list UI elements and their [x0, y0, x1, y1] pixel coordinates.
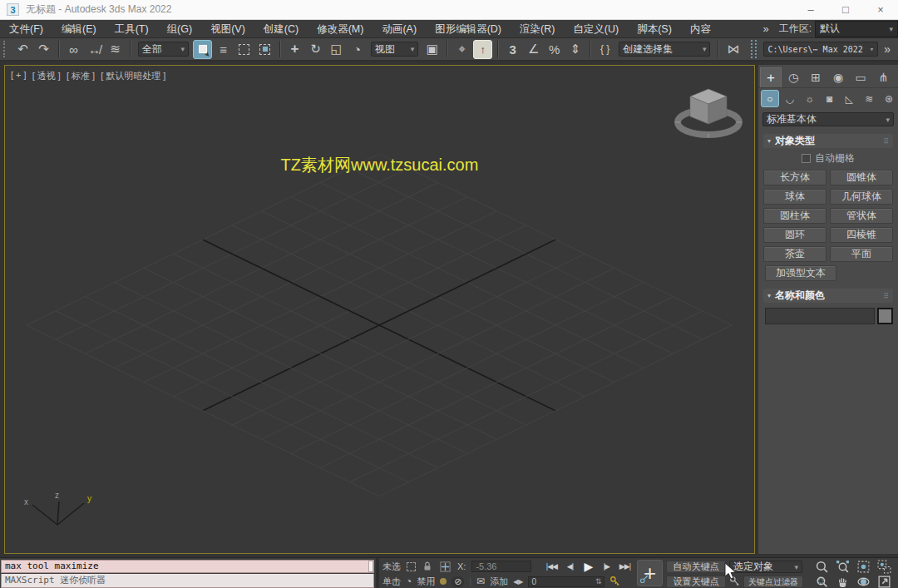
menu-item-animation[interactable]: 动画(A): [373, 20, 426, 38]
select-and-scale-button[interactable]: ◱: [327, 40, 346, 59]
isolate-selection-icon[interactable]: [407, 562, 416, 571]
select-object-button[interactable]: ➤: [193, 40, 212, 59]
listener-scrollbar[interactable]: [368, 561, 373, 572]
primitive-button-box[interactable]: 长方体: [763, 170, 826, 185]
viewcube[interactable]: [670, 76, 749, 149]
auto-key-big-button[interactable]: +: [637, 560, 663, 586]
selection-filter-dropdown[interactable]: 全部 ▾: [138, 42, 189, 57]
angle-snap-button[interactable]: ∠: [524, 40, 543, 59]
tab-hierarchy[interactable]: ⊞: [805, 67, 826, 87]
next-frame-button[interactable]: |▶: [597, 559, 615, 574]
auto-key-button[interactable]: 自动关键点: [666, 561, 726, 573]
statusbar-splitter[interactable]: [376, 558, 379, 588]
toolbar-overflow-chevron[interactable]: »: [880, 42, 893, 56]
primitive-button-torus[interactable]: 圆环: [763, 227, 826, 243]
menu-item-customize[interactable]: 自定义(U): [564, 20, 628, 38]
set-key-button[interactable]: 设置关键点: [666, 576, 726, 588]
disabled-circle-icon[interactable]: ⊘: [451, 576, 464, 587]
menu-item-modifiers[interactable]: 修改器(M): [308, 20, 373, 38]
named-selection-sets-button[interactable]: { }: [595, 40, 614, 59]
redo-button[interactable]: ↷: [34, 40, 53, 59]
menu-item-tools[interactable]: 工具(T): [106, 20, 158, 38]
listener-title-line[interactable]: MAXScript 迷你侦听器: [1, 574, 374, 588]
tab-display[interactable]: ▭: [850, 67, 871, 87]
mirror-button[interactable]: ⋈: [723, 40, 743, 59]
menu-item-group[interactable]: 组(G): [158, 20, 202, 38]
subtab-cameras[interactable]: ◙: [821, 90, 839, 107]
minimize-button[interactable]: –: [793, 0, 828, 19]
play-button[interactable]: ▶: [579, 559, 597, 574]
subtab-helpers[interactable]: ◺: [840, 90, 858, 107]
primitive-button-tube[interactable]: 管状体: [830, 208, 893, 224]
maximize-viewport-toggle-button[interactable]: [874, 574, 895, 588]
toolbar-splitter[interactable]: [751, 40, 757, 58]
previous-frame-button[interactable]: ◀|: [560, 559, 579, 574]
tab-create[interactable]: +: [760, 67, 782, 87]
absolute-relative-coordinate-icon[interactable]: [439, 561, 451, 573]
select-and-move-button[interactable]: +: [285, 40, 304, 59]
menu-item-create[interactable]: 创建(C): [254, 20, 308, 38]
zoom-region-button[interactable]: [812, 574, 832, 588]
subtab-shapes[interactable]: ◡: [781, 90, 799, 107]
go-to-start-button[interactable]: |◀◀: [542, 559, 560, 574]
maxscript-mini-listener[interactable]: max tool maximize MAXScript 迷你侦听器: [0, 558, 376, 588]
frame-step-arrows-icon[interactable]: ◀▶: [513, 578, 523, 586]
tab-motion[interactable]: ◉: [827, 67, 849, 87]
use-pivot-center-button[interactable]: ▣: [422, 40, 442, 59]
listener-output-line[interactable]: max tool maximize: [1, 560, 374, 573]
spinner-snap-button[interactable]: ⇕: [565, 40, 585, 59]
primitive-button-pyramid[interactable]: 四棱锥: [830, 227, 893, 243]
primitive-button-geosphere[interactable]: 几何球体: [830, 189, 893, 205]
menu-item-views[interactable]: 视图(V): [201, 20, 254, 38]
orbit-button[interactable]: [853, 574, 874, 588]
subtab-spacewarps[interactable]: ≋: [860, 90, 878, 107]
key-filters-button[interactable]: 关键点过滤器: [743, 576, 803, 588]
maximize-button[interactable]: □: [828, 0, 863, 19]
select-and-manipulate-button[interactable]: ⌖: [452, 40, 471, 59]
menu-overflow-chevron[interactable]: »: [757, 22, 773, 35]
time-tag-icon[interactable]: ✉: [476, 576, 485, 587]
project-folder-dropdown[interactable]: C:\Users\⋯ Max 2022 ▾: [763, 42, 878, 57]
menu-item-scripting[interactable]: 脚本(S): [628, 20, 681, 38]
primitive-button-teapot[interactable]: 茶壶: [763, 246, 826, 262]
reference-coordinate-dropdown[interactable]: 视图 ▾: [371, 42, 418, 57]
percent-snap-button[interactable]: %: [545, 40, 564, 59]
key-filter-selection-dropdown[interactable]: 选定对象 ▾: [729, 561, 802, 573]
viewport-menu-render-preset[interactable]: [ 标准 ]: [67, 70, 95, 82]
zoom-all-button[interactable]: [832, 559, 853, 574]
subtab-geometry[interactable]: ○: [761, 90, 779, 107]
toolbar-drag-handle[interactable]: [3, 41, 7, 57]
rectangular-selection-region-button[interactable]: [234, 40, 254, 59]
coordinate-x-field[interactable]: -5.36: [471, 561, 531, 572]
workspace-dropdown[interactable]: 默认 ▾: [815, 21, 898, 37]
snap-toggle-3d-button[interactable]: 3: [503, 40, 522, 59]
tab-utilities[interactable]: ⋔: [872, 67, 894, 87]
menu-item-rendering[interactable]: 渲染(R): [511, 20, 564, 38]
menu-item-graph-editors[interactable]: 图形编辑器(D): [426, 20, 511, 38]
viewport-menu-pov[interactable]: [ 透视 ]: [32, 70, 61, 82]
selection-lock-icon[interactable]: [422, 561, 433, 572]
add-time-tag-label[interactable]: 添加: [490, 576, 508, 588]
zoom-extents-all-button[interactable]: [874, 559, 895, 574]
current-frame-field[interactable]: 0 ⇅: [528, 576, 604, 587]
primitive-button-cone[interactable]: 圆锥体: [830, 170, 893, 185]
subtab-lights[interactable]: ☼: [801, 90, 819, 107]
primitive-button-cylinder[interactable]: 圆柱体: [763, 208, 826, 224]
primitive-button-plane[interactable]: 平面: [830, 246, 893, 262]
zoom-extents-button[interactable]: [853, 559, 874, 574]
autogrid-checkbox[interactable]: [802, 154, 811, 163]
select-and-rotate-button[interactable]: ↻: [306, 40, 325, 59]
subtab-systems[interactable]: ⊛: [880, 90, 898, 107]
rollout-object-type[interactable]: ▾ 对象类型 ⠿: [763, 134, 893, 148]
object-color-swatch[interactable]: [877, 308, 893, 324]
close-button[interactable]: ×: [863, 0, 898, 19]
object-name-input[interactable]: [765, 308, 875, 324]
rollout-name-color[interactable]: ▾ 名称和颜色 ⠿: [763, 289, 893, 303]
window-crossing-button[interactable]: [255, 40, 274, 59]
primitive-button-textplus[interactable]: 加强型文本: [765, 265, 836, 281]
bind-spacewarp-icon[interactable]: ≋: [106, 40, 125, 59]
go-to-end-button[interactable]: ▶▶|: [615, 559, 634, 574]
zoom-button[interactable]: [812, 559, 832, 574]
frame-spinner-icon[interactable]: ⇅: [595, 577, 602, 586]
tab-modify[interactable]: ◷: [782, 67, 804, 87]
